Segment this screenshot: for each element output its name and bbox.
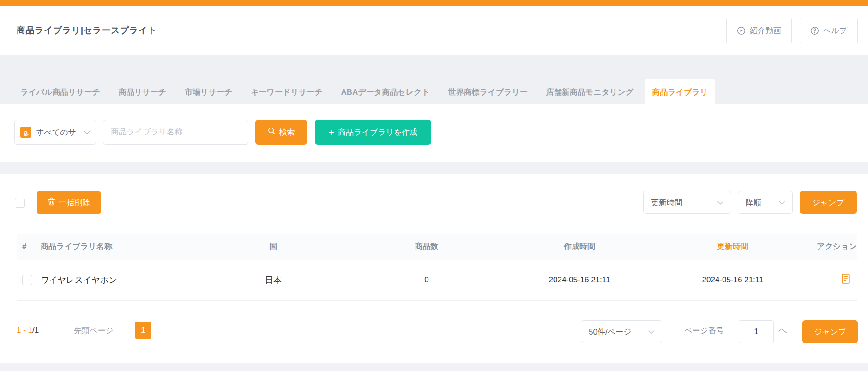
sort-order-select[interactable]: 降順 xyxy=(738,191,793,214)
sort-field-select[interactable]: 更新時間 xyxy=(643,191,731,214)
trash-icon xyxy=(48,197,55,208)
site-select[interactable]: a すべてのサ xyxy=(14,120,96,145)
page-header: 商品ライブラリ|セラースプライト 紹介動画 ヘルプ xyxy=(0,6,868,55)
cell-created-time: 2024-05-16 21:11 xyxy=(503,260,656,300)
column-header-action: アクション xyxy=(810,234,857,260)
page-size-select[interactable]: 50件/ページ xyxy=(581,320,662,343)
tab-list: ライバル商品リサーチ 商品リサーチ 市場リサーチ キーワードリサーチ ABAデー… xyxy=(13,79,719,104)
plus-icon: + xyxy=(329,128,334,137)
amazon-icon: a xyxy=(20,127,31,138)
select-all-checkbox[interactable] xyxy=(15,198,25,208)
tab-product-research[interactable]: 商品リサーチ xyxy=(111,79,174,104)
intro-video-label: 紹介動画 xyxy=(750,25,781,36)
bulk-delete-label: 一括削除 xyxy=(59,197,90,208)
cell-library-name: ワイヤレスイヤホン xyxy=(35,260,197,300)
tab-keyword-research[interactable]: キーワードリサーチ xyxy=(243,79,330,104)
column-header-index: # xyxy=(17,234,35,260)
sort-field-value: 更新時間 xyxy=(651,197,682,208)
pagination-range: 1 - 1 /1 xyxy=(17,319,39,342)
bottom-band xyxy=(0,363,868,371)
chevron-down-icon xyxy=(779,198,785,207)
column-header-count: 商品数 xyxy=(350,234,503,260)
sort-order-value: 降順 xyxy=(746,197,761,208)
page-1-button[interactable]: 1 xyxy=(135,322,151,339)
column-header-created: 作成時間 xyxy=(503,234,656,260)
cell-updated-time: 2024-05-16 21:11 xyxy=(656,260,810,300)
table-row: ワイヤレスイヤホン 日本 0 2024-05-16 21:11 2024-05-… xyxy=(17,260,857,300)
top-accent-bar xyxy=(0,0,868,6)
header-actions: 紹介動画 ヘルプ xyxy=(726,6,858,55)
intro-video-button[interactable]: 紹介動画 xyxy=(726,18,792,43)
search-button[interactable]: 検索 xyxy=(255,120,307,145)
page-size-value: 50件/ページ xyxy=(589,327,631,337)
page-title: 商品ライブラリ|セラースプライト xyxy=(17,6,157,55)
cell-product-count: 0 xyxy=(350,260,503,300)
play-circle-icon xyxy=(737,26,746,35)
site-select-value: すべてのサ xyxy=(36,127,79,138)
chevron-down-icon xyxy=(84,128,90,136)
tab-product-library[interactable]: 商品ライブラリ xyxy=(645,79,715,104)
page-number-input[interactable] xyxy=(739,320,774,343)
page-number-label: ページ番号 xyxy=(684,319,724,342)
tab-strip: ライバル商品リサーチ 商品リサーチ 市場リサーチ キーワードリサーチ ABAデー… xyxy=(0,55,868,104)
pagination-range-current: 1 - 1 xyxy=(17,326,32,335)
search-button-label: 検索 xyxy=(279,127,295,138)
sort-jump-label: ジャンプ xyxy=(812,197,844,208)
tab-store-new-product-monitoring[interactable]: 店舗新商品モニタリング xyxy=(539,79,641,104)
bulk-delete-button[interactable]: 一括削除 xyxy=(37,191,101,214)
search-icon xyxy=(268,127,276,137)
column-header-name: 商品ライブラリ名称 xyxy=(35,234,197,260)
chevron-down-icon xyxy=(648,327,654,336)
pagination-jump-label: ジャンプ xyxy=(814,327,846,337)
search-section: a すべてのサ 検索 + 商品ライブラリを作成 xyxy=(0,104,868,162)
question-circle-icon xyxy=(810,26,819,35)
view-detail-icon[interactable] xyxy=(842,274,850,286)
row-checkbox[interactable] xyxy=(22,275,32,285)
column-header-country: 国 xyxy=(197,234,350,260)
pagination-range-total: /1 xyxy=(32,326,39,335)
create-library-label: 商品ライブラリを作成 xyxy=(338,127,417,138)
section-divider-band xyxy=(0,162,868,174)
chevron-down-icon xyxy=(717,198,723,207)
help-label: ヘルプ xyxy=(823,25,847,36)
tab-aba-data-select[interactable]: ABAデータ商品セレクト xyxy=(334,79,437,104)
column-header-updated: 更新時間 xyxy=(656,234,810,260)
tab-rival-product-research[interactable]: ライバル商品リサーチ xyxy=(13,79,108,104)
tab-market-research[interactable]: 市場リサーチ xyxy=(177,79,240,104)
pagination-jump-button[interactable]: ジャンプ xyxy=(802,320,858,343)
first-page-button[interactable]: 先頭ページ xyxy=(74,319,114,342)
cell-country: 日本 xyxy=(197,260,350,300)
library-name-input[interactable] xyxy=(103,120,248,145)
pagination-to-particle: へ xyxy=(778,319,787,342)
tab-world-trademark-library[interactable]: 世界商標ライブラリー xyxy=(441,79,535,104)
table-header-row: # 商品ライブラリ名称 国 商品数 作成時間 更新時間 アクション xyxy=(17,234,857,260)
help-button[interactable]: ヘルプ xyxy=(800,18,858,43)
sort-jump-button[interactable]: ジャンプ xyxy=(800,191,857,214)
library-table: # 商品ライブラリ名称 国 商品数 作成時間 更新時間 アクション ワイヤレスイ… xyxy=(17,234,857,301)
create-library-button[interactable]: + 商品ライブラリを作成 xyxy=(315,120,431,145)
